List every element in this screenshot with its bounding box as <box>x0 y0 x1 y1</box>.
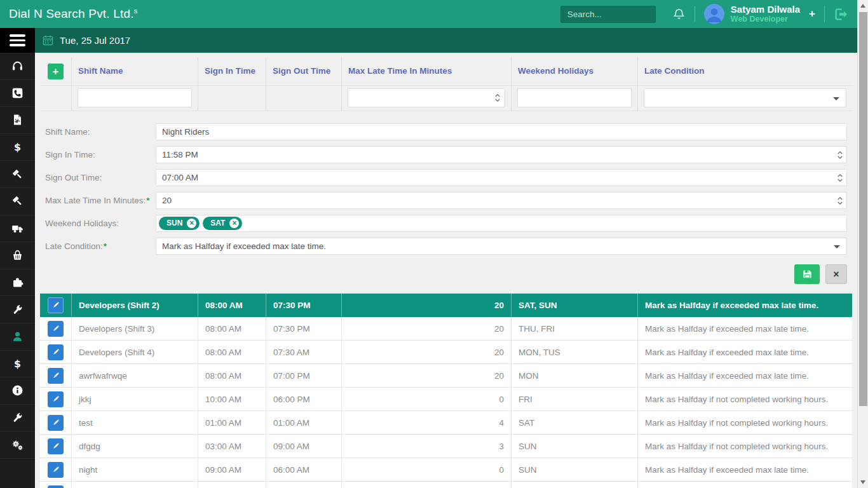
filter-cell <box>342 86 512 111</box>
table-row[interactable] <box>40 482 852 488</box>
spinner-chevrons-icon[interactable] <box>837 196 843 208</box>
svg-text:$: $ <box>14 141 21 153</box>
user-icon <box>11 330 24 342</box>
column-header[interactable]: Late Condition <box>638 57 852 86</box>
dollar-icon: $ <box>11 141 24 153</box>
edit-row-button[interactable] <box>48 415 64 431</box>
edit-row-button[interactable] <box>48 321 64 337</box>
spinner-chevrons-icon[interactable] <box>837 150 843 163</box>
table-row[interactable]: Developers (Shift 2)08:00 AM07:30 PM20SA… <box>40 294 852 317</box>
filter-late-condition-select[interactable] <box>644 88 846 107</box>
sign-in-cell: 08:00 AM <box>198 294 266 316</box>
user-menu[interactable]: Satyam Dilwala Web Developer <box>731 4 800 24</box>
sign-out-cell: 07:30 AM <box>266 341 342 363</box>
sign-in-cell: 03:00 AM <box>198 435 266 458</box>
table-row[interactable]: Developers (Shift 3)08:00 AM07:30 PM20TH… <box>40 317 852 341</box>
column-header[interactable]: Weekend Holidays <box>512 57 638 86</box>
edit-row-button[interactable] <box>48 368 64 384</box>
edit-row-button[interactable] <box>48 485 64 488</box>
form-spinner-field[interactable] <box>156 169 847 186</box>
edit-row-button[interactable] <box>48 391 64 407</box>
form-spinner-field[interactable] <box>156 192 847 209</box>
table-row[interactable]: jkkj10:00 AM06:00 PM0FRIMark as Halfday … <box>40 388 852 411</box>
cancel-button[interactable]: × <box>825 264 847 284</box>
calendar-icon <box>42 34 54 46</box>
sidebar-item-gavel[interactable] <box>0 161 35 188</box>
weekend-holidays-field[interactable]: SUN×SAT× <box>156 215 847 232</box>
basket-icon <box>11 249 24 261</box>
filter-cell <box>40 86 72 111</box>
brand-superscript: s <box>134 7 138 15</box>
logout-icon[interactable] <box>834 7 848 22</box>
vertical-scrollbar[interactable] <box>857 0 868 488</box>
column-header[interactable]: Sign In Time <box>198 57 266 86</box>
shift-name-cell: Developers (Shift 2) <box>72 294 198 316</box>
max-late-cell: 0 <box>342 458 512 481</box>
scroll-up-arrow-icon[interactable] <box>860 4 865 8</box>
spinner-chevrons-icon[interactable] <box>494 93 501 105</box>
notifications-bell-icon[interactable] <box>672 8 686 21</box>
scroll-down-arrow-icon[interactable] <box>860 480 865 484</box>
filter-table: +Shift NameSign In TimeSign Out TimeMax … <box>40 57 852 111</box>
edit-row-button[interactable] <box>48 462 64 478</box>
table-row[interactable]: dfgdg03:00 AM09:00 AM3SUNMark as Halfday… <box>40 435 852 458</box>
filter-max-late-input[interactable] <box>348 88 505 107</box>
sidebar-item-cogs[interactable] <box>0 431 35 459</box>
filter-weekend-holidays-input[interactable] <box>517 88 632 107</box>
puzzle-icon <box>11 276 24 288</box>
shift-name-cell: test <box>72 411 198 434</box>
table-row[interactable]: night09:00 AM06:00 AM0SUNMark as Halfday… <box>40 458 852 482</box>
chip-remove-icon[interactable]: × <box>187 219 196 228</box>
scrollbar-thumb[interactable] <box>859 12 867 406</box>
late-condition-select[interactable]: Mark as Halfday if exceeded max late tim… <box>156 238 847 255</box>
edit-row-button[interactable] <box>48 438 64 454</box>
form-spinner-field[interactable] <box>156 146 847 163</box>
column-header[interactable]: Shift Name <box>72 57 198 86</box>
add-shift-button[interactable]: + <box>48 64 64 79</box>
sidebar-item-dollar[interactable]: $ <box>0 134 35 161</box>
form-label: Max Late Time In Minutes:* <box>45 196 156 205</box>
filter-cell <box>512 86 638 111</box>
sidebar-item-truck[interactable] <box>0 215 35 243</box>
spinner-chevrons-icon[interactable] <box>837 173 843 186</box>
shift-name-cell: Developers (Shift 4) <box>72 341 198 363</box>
form-row: Max Late Time In Minutes:* <box>35 189 857 212</box>
table-row[interactable]: test01:00 AM01:00 AM4SATMark as Halfday … <box>40 411 852 435</box>
table-row[interactable]: Developers (Shift 4)08:00 AM07:30 AM20MO… <box>40 341 852 364</box>
weekend-cell: SAT, SUN <box>512 294 638 316</box>
sidebar-item-puzzle[interactable] <box>0 269 35 297</box>
form-control <box>156 123 847 140</box>
form-row: Sign Out Time: <box>35 166 857 189</box>
avatar[interactable] <box>704 4 724 24</box>
sidebar-item-gavel[interactable] <box>0 188 35 215</box>
column-header[interactable]: Sign Out Time <box>266 57 342 86</box>
column-header[interactable]: Max Late Time In Minutes <box>342 57 512 86</box>
chip-remove-icon[interactable]: × <box>229 219 239 228</box>
brand-title: Dial N Search Pvt. Ltd.s <box>0 7 138 21</box>
sidebar-item-phone[interactable] <box>0 80 35 107</box>
sidebar-item-dollar[interactable]: $ <box>0 351 35 378</box>
sidebar-item-user[interactable] <box>0 323 35 351</box>
edit-shift-form: Shift Name:Sign In Time:Sign Out Time:Ma… <box>35 111 857 257</box>
filter-shift-name-input[interactable] <box>78 88 192 107</box>
sidebar-item-info[interactable] <box>0 377 35 405</box>
menu-toggle-button[interactable] <box>0 28 35 53</box>
search-input[interactable] <box>560 6 656 23</box>
add-icon[interactable]: + <box>809 8 815 20</box>
weekend-chip: SUN× <box>159 217 200 230</box>
sidebar-item-wrench[interactable] <box>0 405 35 432</box>
edit-row-button[interactable] <box>48 344 64 360</box>
save-button[interactable] <box>794 264 820 284</box>
shift-name-field[interactable] <box>156 123 847 140</box>
current-date: Tue, 25 Jul 2017 <box>60 35 130 46</box>
sign-out-cell: 06:00 AM <box>266 458 342 481</box>
sidebar-item-headphones[interactable] <box>0 53 35 80</box>
sign-in-cell: 01:00 AM <box>198 411 266 434</box>
sidebar-item-file-pdf[interactable] <box>0 107 35 134</box>
sidebar-item-basket[interactable] <box>0 242 35 269</box>
table-row[interactable]: awrfwafrwqe08:00 AM07:00 PM20MONMark as … <box>40 364 852 388</box>
shift-name-cell: night <box>72 458 198 481</box>
edit-row-button[interactable] <box>48 297 64 313</box>
sidebar-item-wrench[interactable] <box>0 296 35 323</box>
shift-name-cell: dfgdg <box>72 435 198 458</box>
